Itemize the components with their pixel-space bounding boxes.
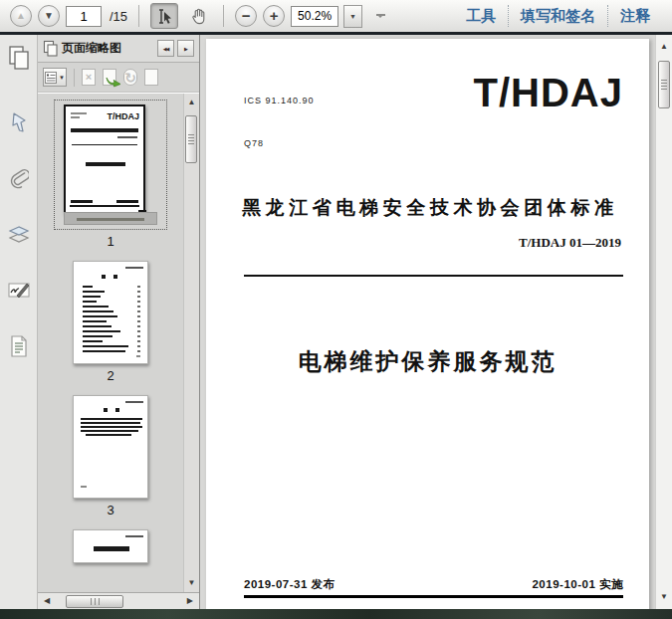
toolbar-right-group: 工具 填写和签名 注释 [454, 5, 662, 27]
layers-icon [7, 225, 31, 245]
delete-page-button[interactable]: × [82, 69, 96, 86]
select-cursor-icon [155, 7, 174, 26]
standard-number: T/HDAJ 01—2019 [206, 235, 649, 251]
scroll-down-icon[interactable]: ▼ [184, 579, 199, 587]
main-vertical-scrollbar[interactable]: ▲ ▼ [655, 35, 672, 609]
plus-icon: + [270, 8, 279, 23]
extract-page-button[interactable] [103, 69, 116, 86]
previous-page-button[interactable]: ▲ [10, 5, 32, 27]
comment-button[interactable]: 注释 [608, 7, 662, 26]
fill-sign-button[interactable]: 填写和签名 [509, 7, 607, 26]
tools-button[interactable]: 工具 [454, 7, 508, 26]
scroll-up-icon[interactable]: ▲ [656, 43, 672, 51]
hand-icon [189, 7, 208, 26]
document-title: 电梯维护保养服务规范 [206, 346, 649, 377]
thumbnails-panel: 页面缩略图 ◀◀ ▶ ▼ [38, 35, 200, 609]
chevron-down-icon: ▼ [349, 13, 356, 20]
desktop-edge [0, 609, 672, 619]
navigation-pane-strip [0, 35, 38, 609]
panel-toolbar: ▼ × ↻ [38, 63, 199, 93]
toolbar-overflow-button[interactable] [376, 14, 384, 18]
page-number-input[interactable] [66, 6, 102, 27]
app-body: 页面缩略图 ◀◀ ▶ ▼ [0, 35, 672, 609]
standard-org-line: 黑龙江省电梯安全技术协会团体标准 [206, 195, 649, 221]
bookmark-icon [10, 111, 28, 135]
expand-panel-button[interactable]: ▶ [177, 40, 194, 57]
thumbnail-page-1-preview: T/HDAJ [64, 104, 145, 214]
toolbar-separator [138, 5, 139, 27]
collapse-panel-button[interactable]: ◀◀ [157, 40, 174, 57]
bookmarks-tab[interactable] [4, 108, 34, 138]
zoom-dropdown-button[interactable]: ▼ [343, 5, 362, 28]
thumbnail-page-3[interactable] [73, 395, 148, 499]
thumb1-logo-text: T/HDAJ [107, 111, 139, 121]
thumbnail-page-1-number: 1 [107, 234, 113, 249]
thumbnail-page-4[interactable] [73, 529, 148, 563]
chevron-down-icon: ▼ [59, 75, 65, 81]
document-footer: 2019-07-31 发布 2019-10-01 实施 [244, 577, 623, 598]
implement-date: 2019-10-01 实施 [532, 577, 623, 592]
footer-rule [244, 595, 623, 598]
zoom-in-button[interactable]: + [263, 5, 285, 27]
thumbnail-list-area: T/HDAJ 1 [38, 93, 199, 592]
page-total-label: /15 [110, 9, 127, 24]
document-notes-icon [9, 334, 29, 358]
signature-icon [7, 280, 31, 302]
panel-header: 页面缩略图 ◀◀ ▶ [38, 35, 199, 63]
zoom-out-button[interactable]: − [235, 5, 257, 27]
rotate-icon: ↻ [124, 70, 136, 86]
thumbnail-page-1[interactable]: T/HDAJ [54, 100, 167, 230]
panel-vertical-scrollbar[interactable]: ▲ ▼ [183, 94, 199, 592]
main-scrollbar-thumb[interactable] [658, 61, 670, 108]
document-header: ICS 91.140.90 Q78 T/HDAJ [206, 39, 649, 179]
page-thumbnails-tab[interactable] [4, 43, 34, 73]
scroll-down-icon[interactable]: ▼ [656, 593, 672, 601]
panel-scrollbar-thumb[interactable] [185, 115, 197, 163]
standard-logo: T/HDAJ [474, 73, 623, 112]
rotate-page-button[interactable]: ↻ [123, 69, 137, 86]
select-tool-button[interactable] [150, 3, 178, 29]
publish-date: 2019-07-31 发布 [244, 577, 336, 592]
right-arrow-icon: ▶ [184, 46, 187, 52]
document-page-1: ICS 91.140.90 Q78 T/HDAJ 黑龙江省电梯安全技术协会团体标… [206, 39, 649, 609]
scroll-up-icon[interactable]: ▲ [184, 99, 199, 106]
notes-tab[interactable] [4, 331, 34, 361]
header-rule [244, 275, 623, 277]
document-view: ICS 91.140.90 Q78 T/HDAJ 黑龙江省电梯安全技术协会团体标… [200, 35, 672, 609]
thumbnail-list: T/HDAJ 1 [38, 96, 183, 563]
next-page-button[interactable]: ▼ [38, 5, 60, 27]
thumb1-footer-banner [64, 212, 157, 225]
pages-icon [7, 45, 31, 71]
pages-icon [43, 40, 59, 58]
panel-hscrollbar-thumb[interactable] [66, 595, 123, 608]
toolbar-separator [74, 69, 75, 87]
arrow-down-icon: ▼ [44, 11, 54, 21]
panel-horizontal-scrollbar[interactable]: ◀ ▶ [38, 592, 199, 609]
hand-tool-button[interactable] [184, 3, 212, 29]
scroll-right-icon[interactable]: ▶ [181, 597, 199, 605]
green-export-arrow-icon [106, 75, 121, 89]
overflow-bar-icon [376, 14, 385, 16]
signatures-tab[interactable] [4, 276, 34, 306]
thumbnail-page-3-number: 3 [107, 503, 113, 517]
thumbnail-page-2[interactable] [73, 261, 148, 364]
attachments-tab[interactable] [4, 164, 34, 194]
delete-x-icon: × [86, 72, 92, 83]
paperclip-icon [9, 166, 29, 192]
arrow-up-icon: ▲ [16, 11, 26, 21]
pdf-viewer-window: ▲ ▼ /15 − + 50.2% ▼ [0, 0, 672, 619]
zoom-level-value[interactable]: 50.2% [291, 6, 338, 27]
panel-toolbar-clipped-button[interactable] [144, 69, 158, 86]
panel-title: 页面缩略图 [62, 40, 154, 57]
ics-classification: ICS 91.140.90 Q78 [244, 65, 315, 179]
scroll-left-icon[interactable]: ◀ [38, 597, 56, 605]
toolbar-separator [223, 5, 224, 27]
layers-tab[interactable] [4, 220, 34, 250]
main-toolbar: ▲ ▼ /15 − + 50.2% ▼ [0, 0, 672, 35]
minus-icon: − [242, 8, 251, 23]
options-list-icon [45, 72, 57, 84]
thumbnail-page-2-number: 2 [107, 368, 113, 383]
double-left-arrow-icon: ◀◀ [163, 46, 169, 52]
thumbnail-options-button[interactable]: ▼ [43, 68, 67, 87]
